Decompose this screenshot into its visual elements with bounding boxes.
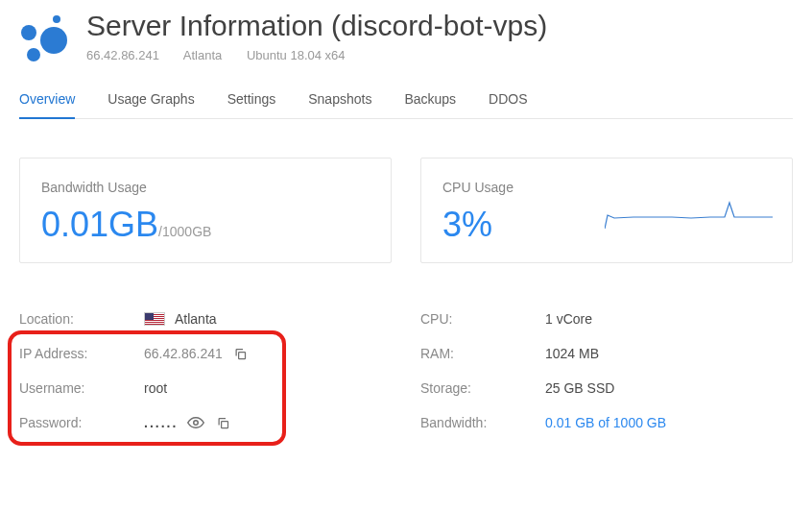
username-value: root: [144, 380, 167, 396]
cpu-sparkline-icon: [605, 200, 773, 238]
ram-value: 1024 MB: [545, 346, 599, 361]
flag-us-icon: [144, 312, 165, 326]
cpu-card: CPU Usage 3%: [420, 158, 793, 263]
tab-overview[interactable]: Overview: [19, 91, 75, 118]
bandwidth-link[interactable]: 0.01 GB of 1000 GB: [545, 415, 666, 430]
location-label: Location:: [19, 311, 144, 327]
left-info-col: Location: Atlanta IP Address: 66.42.86.2…: [19, 302, 392, 440]
bandwidth-card: Bandwidth Usage 0.01GB/1000GB: [19, 158, 392, 263]
meta-os: Ubuntu 18.04 x64: [247, 48, 346, 62]
svg-rect-0: [239, 352, 246, 358]
cpu-label: CPU:: [420, 311, 545, 327]
right-info-col: CPU: 1 vCore RAM: 1024 MB Storage: 25 GB…: [420, 302, 793, 440]
password-label: Password:: [19, 415, 144, 430]
page-title: Server Information (discord-bot-vps): [86, 10, 547, 42]
cpu-spec-value: 1 vCore: [545, 311, 592, 327]
password-value: ......: [144, 415, 178, 430]
os-logo-icon: [19, 13, 67, 61]
svg-point-1: [194, 421, 199, 426]
tab-ddos[interactable]: DDOS: [489, 91, 527, 118]
copy-ip-icon[interactable]: [232, 345, 250, 362]
storage-label: Storage:: [420, 380, 545, 396]
meta-region: Atlanta: [183, 48, 222, 62]
copy-password-icon[interactable]: [214, 414, 231, 431]
bandwidth-total: /1000GB: [158, 224, 211, 239]
storage-value: 25 GB SSD: [545, 380, 614, 396]
reveal-password-icon[interactable]: [187, 414, 204, 431]
ip-label: IP Address:: [19, 346, 144, 361]
tab-snapshots[interactable]: Snapshots: [308, 91, 371, 118]
location-value: Atlanta: [175, 311, 217, 327]
server-meta: 66.42.86.241 Atlanta Ubuntu 18.04 x64: [86, 48, 547, 62]
tab-usage-graphs[interactable]: Usage Graphs: [107, 91, 194, 118]
ip-value: 66.42.86.241: [144, 346, 223, 361]
username-label: Username:: [19, 380, 144, 396]
cpu-title: CPU Usage: [442, 180, 771, 195]
tab-backups[interactable]: Backups: [404, 91, 456, 118]
meta-ip: 66.42.86.241: [86, 48, 159, 62]
bandwidth-label: Bandwidth:: [420, 415, 545, 430]
bandwidth-title: Bandwidth Usage: [41, 180, 370, 195]
bandwidth-used: 0.01GB: [41, 205, 158, 244]
ram-label: RAM:: [420, 346, 545, 361]
tab-settings[interactable]: Settings: [227, 91, 276, 118]
tabs: Overview Usage Graphs Settings Snapshots…: [19, 91, 793, 119]
svg-rect-2: [221, 421, 227, 427]
